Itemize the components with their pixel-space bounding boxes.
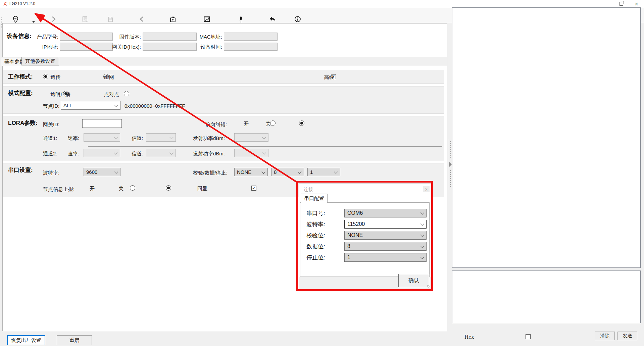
tab-other-params[interactable]: 其他参数设置 bbox=[21, 57, 59, 65]
fec-off-label: 关 bbox=[265, 121, 270, 127]
channel2-rate-select[interactable] bbox=[84, 149, 120, 157]
chevron-down-icon bbox=[420, 222, 424, 226]
resize-grip-icon[interactable] bbox=[427, 285, 430, 288]
com-port-select[interactable]: COM6 bbox=[344, 209, 427, 217]
lora-gateway-id-input[interactable] bbox=[82, 119, 122, 128]
restore-button[interactable] bbox=[614, 0, 629, 8]
dialog-databits-select[interactable]: 8 bbox=[344, 242, 427, 251]
channel2-label: 通道2: bbox=[43, 151, 57, 157]
node-stats-icon bbox=[203, 16, 210, 23]
restart-button[interactable]: 重启 bbox=[57, 335, 92, 345]
channel2-chan-select[interactable] bbox=[146, 149, 176, 157]
chevron-down-icon bbox=[114, 135, 117, 139]
save-floppy-icon bbox=[107, 16, 114, 23]
restart-label: 重启 bbox=[69, 337, 80, 344]
dialog-parity-select[interactable]: NONE bbox=[344, 231, 427, 240]
serial-settings-label: 串口设置: bbox=[8, 166, 33, 174]
tab-strip bbox=[3, 57, 447, 66]
gateway-id-hex-field[interactable] bbox=[143, 43, 197, 51]
echo-checkbox[interactable] bbox=[251, 186, 256, 191]
chevron-down-icon bbox=[169, 135, 173, 139]
device-time-label: 设备时间: bbox=[197, 44, 222, 50]
send-input-panel[interactable] bbox=[452, 270, 641, 323]
minimize-button[interactable] bbox=[599, 0, 614, 8]
echo-label: 回显 bbox=[197, 186, 207, 192]
channel2-power-select[interactable] bbox=[234, 149, 268, 157]
ip-address-label: IP地址: bbox=[35, 44, 58, 50]
channel1-label: 通道1: bbox=[43, 135, 57, 142]
work-mode-label: 工作模式: bbox=[8, 73, 33, 81]
lora-gateway-id-label: 网关ID: bbox=[43, 121, 59, 128]
channel1-rate-label: 速率: bbox=[68, 135, 79, 142]
fec-off-radio[interactable] bbox=[299, 120, 304, 126]
dialog-tab-serial-config[interactable]: 串口配置 bbox=[301, 194, 328, 203]
channel1-chan-select[interactable] bbox=[146, 133, 176, 142]
clear-label: 清除 bbox=[600, 333, 609, 339]
node-report-off-radio[interactable] bbox=[166, 185, 171, 191]
dialog-parity-label: 校验位: bbox=[306, 232, 325, 239]
read-params-doc-icon bbox=[82, 16, 88, 23]
channel1-power-select[interactable] bbox=[234, 133, 268, 142]
dialog-databits-label: 数据位: bbox=[306, 243, 325, 250]
open-serial-dropdown-icon[interactable] bbox=[32, 21, 35, 23]
dialog-baud-select[interactable]: 115200 bbox=[344, 220, 427, 229]
factory-reset-button[interactable]: 恢复出厂设置 bbox=[7, 335, 45, 345]
splitter-dots bbox=[450, 141, 451, 159]
node-id-select[interactable]: ALL bbox=[61, 101, 120, 110]
chevron-down-icon bbox=[298, 170, 301, 174]
ip-address-field[interactable] bbox=[60, 43, 113, 51]
fec-on-label: 开 bbox=[244, 121, 249, 127]
dialog-stopbits-label: 停止位: bbox=[306, 254, 325, 261]
node-report-off-label: 关 bbox=[118, 186, 123, 192]
data-bits-select[interactable]: 8 bbox=[271, 168, 304, 176]
firmware-version-field[interactable] bbox=[143, 33, 197, 41]
dialog-close-button[interactable]: x bbox=[423, 186, 430, 192]
parity-data-stop-label: 校验/数据/停止: bbox=[193, 170, 228, 176]
chevron-down-icon bbox=[262, 151, 266, 154]
parity-select[interactable]: NONE bbox=[234, 168, 268, 176]
mode-broadcast-label: 透明广播 bbox=[50, 91, 70, 98]
chevron-down-icon bbox=[420, 233, 424, 237]
app-logo-icon bbox=[2, 1, 7, 6]
dialog-stopbits-select[interactable]: 1 bbox=[344, 253, 427, 262]
stop-bits-select[interactable]: 1 bbox=[307, 168, 340, 176]
baud-rate-select[interactable]: 9600 bbox=[84, 168, 120, 176]
tab-other-params-label: 其他参数设置 bbox=[25, 58, 55, 64]
serial-pin-check-icon bbox=[12, 16, 19, 23]
toolbox-icon bbox=[169, 16, 176, 23]
close-icon: x bbox=[426, 187, 428, 192]
product-model-field[interactable] bbox=[60, 33, 113, 41]
mode-p2p-label: 点对点 bbox=[104, 91, 119, 98]
firmware-version-label: 固件版本: bbox=[117, 34, 141, 40]
chevron-down-icon bbox=[261, 170, 265, 174]
mode-config-label: 模式配置: bbox=[8, 89, 33, 97]
advanced-label: 高级 bbox=[324, 74, 334, 81]
work-mode-network-label: 组网 bbox=[104, 74, 114, 81]
channel1-rate-select[interactable] bbox=[84, 133, 120, 142]
channel1-chan-label: 信道: bbox=[132, 135, 143, 142]
work-mode-transparent-label: 透传 bbox=[50, 74, 60, 81]
close-button[interactable]: ✕ bbox=[629, 0, 644, 8]
device-time-field[interactable] bbox=[224, 43, 278, 51]
channel1-power-label: 发射功率dBm: bbox=[193, 135, 225, 142]
confirm-button[interactable]: 确认 bbox=[398, 274, 429, 287]
chevron-left-icon bbox=[139, 16, 145, 22]
node-id-label: 节点ID: bbox=[43, 103, 59, 109]
hex-checkbox[interactable] bbox=[526, 334, 531, 339]
mode-p2p-radio[interactable] bbox=[124, 91, 129, 96]
baud-rate-label: 波特率: bbox=[43, 170, 59, 176]
mac-address-field[interactable] bbox=[224, 33, 278, 41]
restore-icon bbox=[620, 2, 623, 6]
splitter-expand-icon bbox=[449, 162, 452, 167]
chevron-down-icon bbox=[114, 170, 118, 174]
mac-address-label: MAC地址: bbox=[197, 34, 222, 40]
work-mode-transparent-radio[interactable] bbox=[43, 74, 48, 79]
toolbar-grip[interactable] bbox=[1, 17, 2, 28]
chevron-right-icon bbox=[51, 16, 57, 22]
confirm-label: 确认 bbox=[408, 277, 419, 284]
com-port-label: 串口号: bbox=[306, 209, 325, 217]
chevron-down-icon bbox=[420, 244, 424, 248]
send-button[interactable]: 发送 bbox=[617, 332, 637, 340]
clear-button[interactable]: 清除 bbox=[595, 332, 615, 340]
info-icon bbox=[294, 16, 301, 22]
